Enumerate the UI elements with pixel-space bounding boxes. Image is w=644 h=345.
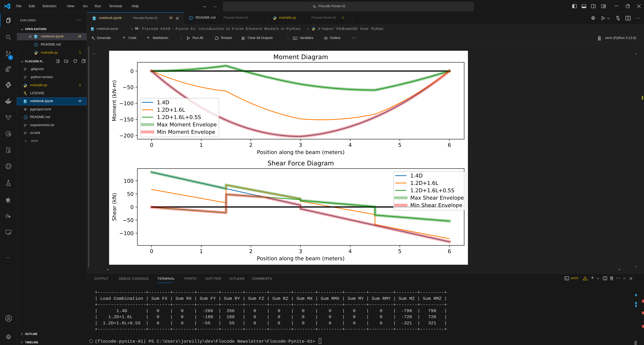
svg-text:(x): (x) [294, 38, 296, 39]
